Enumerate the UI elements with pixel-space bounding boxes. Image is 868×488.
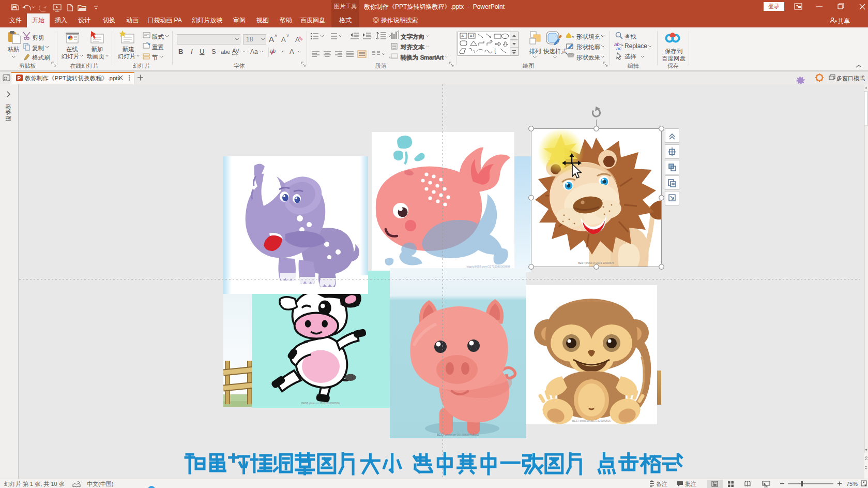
- svg-text:幻灯片: 幻灯片: [62, 53, 80, 60]
- svg-text:重置: 重置: [152, 44, 164, 50]
- svg-text:转换为 SmartArt: 转换为 SmartArt: [400, 54, 444, 61]
- svg-text:B: B: [178, 48, 183, 55]
- svg-text:编辑: 编辑: [628, 63, 639, 69]
- svg-text:格式刷: 格式刷: [32, 54, 50, 61]
- svg-text:百度网盘: 百度网盘: [662, 55, 686, 62]
- svg-text:幻灯片: 幻灯片: [133, 63, 150, 69]
- svg-text:缩略图: 缩略图: [5, 104, 11, 121]
- svg-text:动画页: 动画页: [86, 53, 105, 60]
- svg-text:复制: 复制: [32, 45, 44, 51]
- svg-text:18: 18: [246, 36, 253, 43]
- svg-text:多窗口模式: 多窗口模式: [836, 75, 865, 81]
- svg-text:U: U: [200, 48, 204, 55]
- svg-text:保存到: 保存到: [665, 48, 683, 54]
- svg-text:保存: 保存: [667, 63, 679, 69]
- svg-text:I: I: [191, 48, 193, 55]
- svg-text:A: A: [269, 35, 274, 43]
- svg-text:BEST photo.cn 20171610090516: BEST photo.cn 20171610090516: [301, 402, 340, 405]
- svg-text:AV: AV: [232, 48, 240, 54]
- svg-text:A: A: [470, 34, 473, 38]
- svg-text:字体: 字体: [234, 63, 245, 69]
- svg-text:Aa: Aa: [250, 48, 258, 55]
- svg-text:排列: 排列: [529, 48, 541, 54]
- svg-text:批注: 批注: [685, 481, 696, 487]
- svg-text:P: P: [18, 76, 21, 81]
- svg-text:备注: 备注: [656, 481, 667, 487]
- svg-text:S: S: [211, 48, 216, 55]
- svg-text:段落: 段落: [375, 63, 387, 69]
- svg-text:形状效果: 形状效果: [576, 54, 600, 61]
- svg-text:形状轮廓: 形状轮廓: [576, 44, 601, 50]
- svg-text:版式: 版式: [152, 34, 164, 40]
- svg-text:中文(中国): 中文(中国): [87, 481, 113, 487]
- svg-text:在线幻灯片: 在线幻灯片: [70, 63, 99, 69]
- svg-text:BEST photo.cn 20171610090816: BEST photo.cn 20171610090816: [572, 419, 611, 422]
- svg-text:A: A: [281, 36, 286, 43]
- svg-text:对齐文本: 对齐文本: [400, 44, 424, 50]
- svg-text:abc: abc: [221, 49, 230, 55]
- svg-text:剪贴板: 剪贴板: [19, 63, 36, 69]
- svg-text:A: A: [461, 34, 464, 38]
- svg-text:绘图: 绘图: [523, 63, 534, 69]
- svg-text:A: A: [295, 36, 300, 43]
- svg-text:形状填充: 形状填充: [576, 34, 601, 40]
- svg-text:Replace: Replace: [625, 42, 647, 50]
- svg-text:文字方向: 文字方向: [401, 34, 424, 40]
- svg-text:查找: 查找: [625, 34, 637, 40]
- svg-text:新建: 新建: [123, 46, 134, 52]
- svg-text:˄: ˄: [275, 33, 277, 38]
- svg-text:75%: 75%: [846, 481, 858, 487]
- svg-text:节: 节: [152, 54, 158, 61]
- svg-text:A: A: [290, 48, 294, 55]
- svg-text:幻灯片: 幻灯片: [118, 53, 136, 60]
- svg-text:在线: 在线: [66, 46, 79, 52]
- svg-text:ac: ac: [616, 46, 621, 51]
- svg-text:幻灯片 第 1 张, 共 10 张: 幻灯片 第 1 张, 共 10 张: [4, 481, 65, 487]
- svg-text:选择: 选择: [625, 53, 636, 60]
- svg-text:快速样式: 快速样式: [543, 48, 568, 54]
- svg-text:教你制作《PPT旋转切换教程》.pptx: 教你制作《PPT旋转切换教程》.pptx: [25, 75, 121, 81]
- svg-text:剪切: 剪切: [32, 35, 44, 41]
- svg-text:新加: 新加: [92, 46, 103, 52]
- svg-text:BEST photo.cn 20170509465902: BEST photo.cn 20170509465902: [437, 433, 479, 436]
- svg-text:粘贴: 粘贴: [8, 46, 20, 52]
- svg-text:˅: ˅: [286, 33, 289, 38]
